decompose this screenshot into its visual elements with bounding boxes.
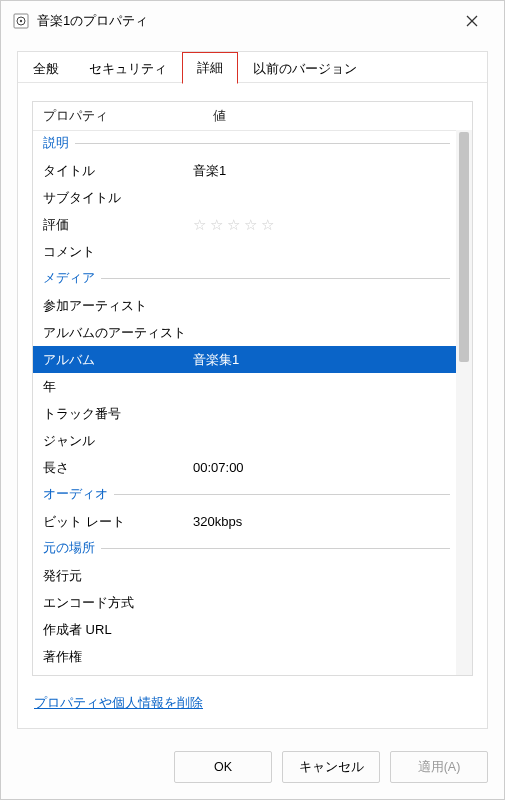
row-copyright[interactable]: 著作権 (33, 643, 456, 670)
group-description: 説明 (33, 130, 456, 157)
row-label: 評価 (39, 216, 193, 234)
row-label: 年 (39, 378, 193, 396)
row-value: 00:07:00 (193, 460, 450, 475)
group-media: メディア (33, 265, 456, 292)
row-label: 長さ (39, 459, 193, 477)
row-author-url[interactable]: 作成者 URL (33, 616, 456, 643)
row-label: 発行元 (39, 567, 193, 585)
remove-properties-row: プロパティや個人情報を削除 (32, 676, 473, 720)
row-track[interactable]: トラック番号 (33, 400, 456, 427)
tab-panel: 全般 セキュリティ 詳細 以前のバージョン プロパティ 値 説明 (17, 51, 488, 729)
window-title: 音楽1のプロパティ (37, 12, 452, 30)
group-origin: 元の場所 (33, 535, 456, 562)
row-bitrate[interactable]: ビット レート 320kbps (33, 508, 456, 535)
row-value: 音楽1 (193, 162, 450, 180)
ok-button[interactable]: OK (174, 751, 272, 783)
file-type-icon (13, 13, 29, 29)
details-body: プロパティ 値 説明 タイトル 音楽1 サブタイトル (18, 83, 487, 728)
row-value: 音楽集1 (193, 351, 450, 369)
row-label: エンコード方式 (39, 594, 193, 612)
row-genre[interactable]: ジャンル (33, 427, 456, 454)
dialog-buttons: OK キャンセル 適用(A) (1, 741, 504, 799)
tab-general[interactable]: 全般 (18, 53, 74, 84)
property-list: プロパティ 値 説明 タイトル 音楽1 サブタイトル (32, 101, 473, 676)
row-comment[interactable]: コメント (33, 238, 456, 265)
row-year[interactable]: 年 (33, 373, 456, 400)
row-encoding[interactable]: エンコード方式 (33, 589, 456, 616)
row-rating[interactable]: 評価 ☆☆☆☆☆ (33, 211, 456, 238)
row-label: ビット レート (39, 513, 193, 531)
row-label: ジャンル (39, 432, 193, 450)
titlebar: 音楽1のプロパティ (1, 1, 504, 41)
row-label: アルバムのアーティスト (39, 324, 193, 342)
row-label: アルバム (39, 351, 193, 369)
row-title[interactable]: タイトル 音楽1 (33, 157, 456, 184)
row-label: 著作権 (39, 648, 193, 666)
svg-point-2 (20, 20, 22, 22)
row-subtitle[interactable]: サブタイトル (33, 184, 456, 211)
vertical-scrollbar[interactable] (456, 130, 472, 675)
row-length[interactable]: 長さ 00:07:00 (33, 454, 456, 481)
row-label: サブタイトル (39, 189, 193, 207)
row-label: タイトル (39, 162, 193, 180)
list-rows: 説明 タイトル 音楽1 サブタイトル 評価 ☆☆☆☆☆ (33, 130, 456, 675)
list-header: プロパティ 値 (33, 102, 472, 131)
apply-button[interactable]: 適用(A) (390, 751, 488, 783)
row-publisher[interactable]: 発行元 (33, 562, 456, 589)
tab-previous-versions[interactable]: 以前のバージョン (238, 53, 372, 84)
row-label: 参加アーティスト (39, 297, 193, 315)
tab-details[interactable]: 詳細 (182, 52, 238, 84)
rating-stars[interactable]: ☆☆☆☆☆ (193, 216, 450, 234)
remove-properties-link[interactable]: プロパティや個人情報を削除 (34, 695, 203, 710)
row-label: 作成者 URL (39, 621, 193, 639)
column-value[interactable]: 値 (203, 108, 472, 125)
tab-strip: 全般 セキュリティ 詳細 以前のバージョン (18, 51, 487, 83)
row-album[interactable]: アルバム 音楽集1 (33, 346, 456, 373)
row-label: コメント (39, 243, 193, 261)
scrollbar-thumb[interactable] (459, 132, 469, 362)
group-audio: オーディオ (33, 481, 456, 508)
row-label: トラック番号 (39, 405, 193, 423)
row-album-artist[interactable]: アルバムのアーティスト (33, 319, 456, 346)
column-property[interactable]: プロパティ (33, 108, 203, 125)
cancel-button[interactable]: キャンセル (282, 751, 380, 783)
row-value: 320kbps (193, 514, 450, 529)
row-artists[interactable]: 参加アーティスト (33, 292, 456, 319)
tab-security[interactable]: セキュリティ (74, 53, 182, 84)
close-button[interactable] (452, 5, 492, 37)
properties-dialog: 音楽1のプロパティ 全般 セキュリティ 詳細 以前のバージョン プロパティ 値 (0, 0, 505, 800)
